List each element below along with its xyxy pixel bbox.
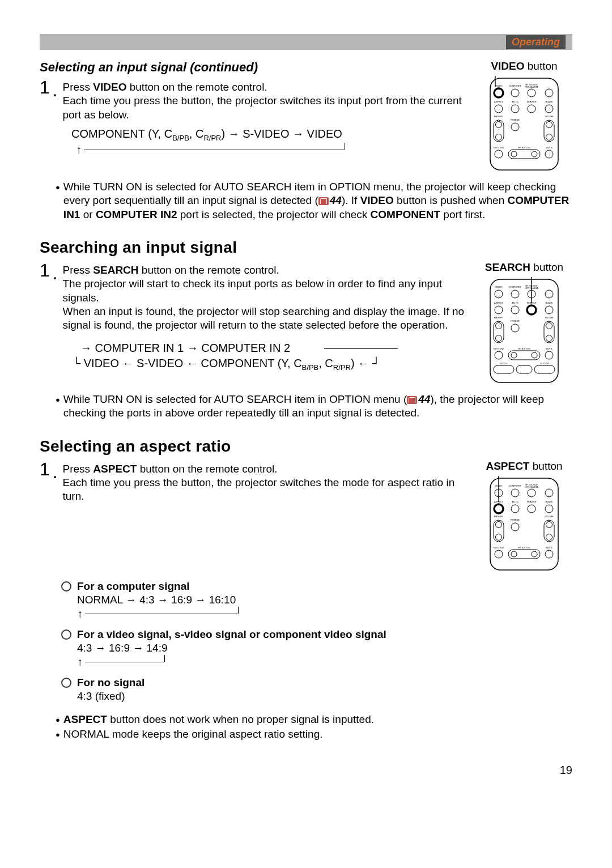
header-tag: Operating (506, 35, 566, 49)
aspect-case-computer: For a computer signal NORMAL → 4:3 → 16:… (61, 580, 572, 620)
svg-point-20 (496, 134, 502, 141)
svg-text:BLANK: BLANK (545, 500, 552, 503)
svg-point-97 (496, 534, 502, 540)
svg-text:MAGNIFY: MAGNIFY (494, 116, 504, 118)
svg-rect-54 (494, 321, 504, 343)
svg-text:DOC.CAMERA: DOC.CAMERA (525, 287, 539, 290)
svg-text:KEYSTONE: KEYSTONE (494, 547, 504, 549)
svg-point-46 (495, 306, 503, 314)
svg-text:COMPUTER: COMPUTER (509, 286, 521, 288)
s2-remote-label: SEARCH button (476, 261, 572, 274)
s2-step-line2: The projector will start to check its in… (62, 278, 442, 303)
svg-text:MY BUTTON: MY BUTTON (518, 147, 530, 149)
svg-point-102 (546, 521, 552, 527)
svg-text:SEARCH: SEARCH (527, 100, 537, 103)
s2-step: 1 . Press SEARCH button on the remote co… (40, 263, 466, 333)
svg-text:AUTO: AUTO (512, 301, 518, 304)
s3-step-text: Press ASPECT button on the remote contro… (62, 463, 277, 475)
step-number: 1 (40, 260, 50, 281)
s1-step-text: Press VIDEO button on the remote control… (62, 81, 267, 93)
manual-ref-icon (407, 396, 417, 404)
manual-ref-icon (318, 197, 329, 205)
svg-text:MUTE: MUTE (546, 347, 552, 350)
s1-remote-label: VIDEO button (476, 60, 572, 73)
page-number: 19 (40, 764, 572, 777)
svg-point-10 (495, 105, 503, 113)
uparrow-icon: ↑ (77, 607, 83, 620)
svg-text:SEARCH: SEARCH (527, 301, 537, 304)
svg-point-11 (511, 105, 519, 113)
svg-rect-66 (508, 351, 540, 360)
svg-point-34 (545, 150, 553, 158)
svg-text:FOCUS: FOCUS (500, 363, 508, 365)
svg-point-64 (495, 351, 503, 359)
aspect-case-video: For a video signal, s-video signal or co… (61, 628, 572, 669)
s2-step-text: Press SEARCH button on the remote contro… (62, 264, 279, 276)
ring-icon (61, 581, 71, 592)
svg-text:D-ZOOM: D-ZOOM (540, 363, 549, 365)
svg-text:VOLUME: VOLUME (545, 516, 554, 518)
svg-point-70 (545, 351, 553, 359)
step-number: 1 (40, 459, 50, 480)
svg-point-105 (495, 550, 503, 558)
svg-text:MUTE: MUTE (546, 546, 552, 549)
s3-remote-label: ASPECT button (476, 460, 572, 473)
svg-point-62 (546, 335, 552, 341)
period-icon: . (53, 267, 57, 283)
s1-step: 1 . Press VIDEO button on the remote con… (40, 80, 466, 122)
section1-title: Selecting an input signal (continued) (40, 60, 466, 75)
svg-rect-74 (534, 365, 555, 373)
bullet-icon: ● (56, 183, 60, 222)
ring-icon (61, 678, 71, 688)
svg-text:KEYSTONE: KEYSTONE (494, 147, 504, 149)
s3-bullet1: ● ASPECT button does not work when no pr… (56, 713, 572, 726)
svg-text:AUTO: AUTO (512, 100, 518, 103)
svg-text:MY BUTTON: MY BUTTON (518, 547, 530, 549)
svg-rect-77 (490, 478, 558, 570)
svg-text:BLANK: BLANK (545, 301, 552, 304)
svg-point-26 (546, 134, 552, 141)
svg-point-88 (511, 505, 519, 513)
uparrow-icon: ↑ (77, 656, 83, 669)
svg-point-19 (496, 122, 502, 128)
svg-text:FREEZE: FREEZE (511, 518, 520, 521)
svg-text:MAGNIFY: MAGNIFY (494, 317, 504, 319)
svg-text:ASPECT: ASPECT (494, 301, 504, 304)
svg-text:MUTE: MUTE (546, 146, 552, 149)
ring-icon (61, 629, 71, 640)
svg-point-31 (511, 151, 517, 157)
svg-text:VOLUME: VOLUME (545, 317, 554, 319)
svg-point-68 (532, 352, 537, 358)
svg-text:VIDEO: VIDEO (495, 84, 503, 87)
svg-point-80 (511, 489, 519, 497)
svg-point-55 (496, 322, 502, 329)
section2-title: Searching an input signal (40, 239, 572, 257)
svg-rect-95 (494, 520, 504, 542)
step-number: 1 (40, 77, 50, 98)
svg-point-56 (496, 335, 502, 341)
uparrow-icon: ↑ (76, 143, 82, 156)
svg-point-2 (494, 88, 503, 97)
period-icon: . (53, 84, 57, 100)
svg-point-39 (511, 290, 519, 298)
svg-rect-76 (516, 365, 532, 373)
svg-text:ASPECT: ASPECT (494, 100, 504, 103)
svg-text:COMPUTER: COMPUTER (509, 485, 521, 487)
svg-text:SEARCH: SEARCH (527, 500, 537, 503)
aspect-case-nosignal: For no signal 4:3 (fixed) (61, 676, 572, 703)
svg-rect-107 (508, 550, 540, 559)
svg-point-12 (528, 105, 536, 113)
svg-point-22 (511, 123, 519, 131)
svg-point-25 (546, 122, 552, 128)
s1-flow-diagram: COMPONENT (Y, CB/PB, CR/PR) → S-VIDEO → … (71, 127, 466, 156)
svg-rect-18 (494, 120, 504, 142)
remote-control-icon: VIDEO COMPUTER MY SOURCE/ DOC.CAMERA ASP… (488, 76, 560, 172)
svg-point-103 (546, 534, 552, 540)
svg-text:VIDEO: VIDEO (495, 484, 503, 487)
svg-point-13 (545, 105, 553, 113)
svg-point-81 (528, 489, 536, 497)
svg-point-67 (511, 352, 517, 358)
svg-rect-24 (544, 120, 554, 142)
s2-note: ● While TURN ON is selected for AUTO SEA… (56, 393, 572, 420)
svg-point-96 (496, 521, 502, 527)
